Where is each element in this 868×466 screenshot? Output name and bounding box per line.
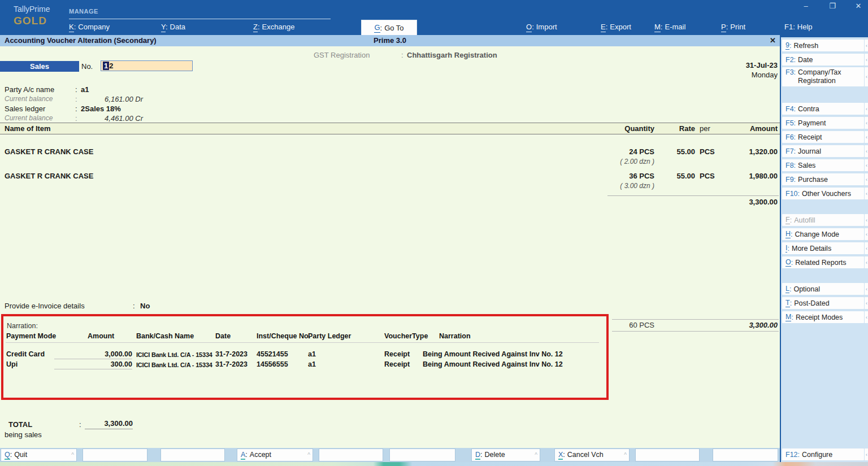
item-rate[interactable]: 55.00 [661,147,695,156]
total-label: TOTAL [8,420,32,429]
shortcut-key: H [785,230,791,238]
sidebar-button-related-reports[interactable]: O:Related Reports [782,256,864,268]
chevron-left-icon[interactable]: ‹ [865,283,868,295]
sidebar-button-sales[interactable]: F8:Sales [782,159,864,171]
sidebar-button-purchase[interactable]: F9:Purchase [782,173,864,185]
chevron-left-icon[interactable]: ‹ [865,103,868,115]
sidebar-button-other-vouchers[interactable]: F10:Other Vouchers [782,188,864,199]
voucher-form: GST Registration : Chhattisgarh Registra… [0,46,780,448]
payment-party-ledger[interactable]: a1 [308,350,316,358]
payment-date[interactable]: 31-7-2023 [215,350,248,358]
sidebar-button-configure[interactable]: F12:Configure [782,448,864,460]
menu-item-data[interactable]: Y:Data [161,23,185,31]
item-quantity[interactable]: 24 PCS [575,147,654,156]
payment-narration[interactable]: Being Amount Recived Against Inv No. 12 [423,360,563,368]
payment-mode[interactable]: Credit Card [6,350,45,358]
sidebar-button-more-details[interactable]: I:More Details [782,242,864,254]
close-icon[interactable]: ✕ [852,1,865,11]
chevron-left-icon[interactable]: ‹ [865,311,868,323]
shortcut-key: M [785,313,791,321]
payment-party-ledger[interactable]: a1 [308,360,316,368]
col-narration: Narration [439,332,471,340]
sidebar-button-date[interactable]: F2:Date [782,54,864,66]
shortcut-key: F4 [785,105,794,113]
voucher-date[interactable]: 31-Jul-23 [676,61,778,69]
chevron-left-icon[interactable]: ‹ [865,188,868,199]
menu-item-import[interactable]: O:Import [526,23,557,31]
chevron-left-icon[interactable]: ‹ [865,131,868,143]
payment-narration[interactable]: Being Amount Recived Against Inv No. 12 [423,350,563,358]
chevron-left-icon[interactable]: ‹ [865,256,868,268]
chevron-left-icon[interactable]: ‹ [865,173,868,185]
sidebar-button-post-dated[interactable]: T:Post-Dated [782,297,864,309]
col-date: Date [215,332,231,340]
voucher-number-field[interactable]: 12 [101,60,193,71]
maximize-icon[interactable]: ❐ [826,1,839,11]
payment-bank[interactable]: ICICI Bank Ltd. C/A - 15334 [136,362,212,368]
action-button-empty [83,449,147,461]
action-button-cancel-vch[interactable]: X:Cancel Vch ^ [555,449,629,461]
action-button-delete[interactable]: D:Delete ^ [472,449,540,461]
sidebar-button-company-tax-registration[interactable]: F3:Company/Tax Registration [782,67,864,86]
payment-voucher-type[interactable]: Receipt [384,360,410,368]
payment-amount[interactable]: 300.00 [54,360,132,369]
menu-label: Help [797,23,813,31]
sidebar-button-payment[interactable]: F5:Payment [782,117,864,129]
sidebar-button-receipt[interactable]: F6:Receipt [782,131,864,143]
voucher-no-label: No. [81,62,93,71]
menu-item-export[interactable]: E:Export [601,23,631,31]
sales-ledger-value[interactable]: 2Sales 18% [81,104,121,113]
party-name-value[interactable]: a1 [81,85,89,94]
col-voucher-type: VoucherType [384,332,428,340]
chevron-left-icon[interactable]: ‹ [865,54,868,66]
shortcut-key: F2 [785,56,794,64]
chevron-left-icon[interactable]: ‹ [865,40,868,51]
sidebar-button-optional[interactable]: L:Optional [782,283,864,295]
item-name[interactable]: GASKET R CRANK CASE [5,172,93,180]
chevron-left-icon[interactable]: ‹ [865,145,868,157]
action-button-empty [319,449,383,461]
payment-inst-no[interactable]: 45521455 [257,350,288,358]
chevron-left-icon[interactable]: ‹ [865,159,868,171]
action-button-accept[interactable]: A:Accept ^ [237,449,313,461]
minimize-icon[interactable]: – [800,1,812,11]
payment-date[interactable]: 31-7-2023 [215,360,248,368]
einvoice-value[interactable]: No [140,302,150,310]
shortcut-key: L [785,285,789,293]
menu-item-exchange[interactable]: Z:Exchange [253,23,294,31]
menu-item-company[interactable]: K:Company [69,23,110,31]
sidebar-button-refresh[interactable]: 9:Refresh [782,40,864,51]
sidebar-button-receipt-modes[interactable]: M:Receipt Modes [782,311,864,323]
chevron-left-icon[interactable]: ‹ [865,242,868,254]
payment-mode[interactable]: Upi [6,360,18,368]
payment-voucher-type[interactable]: Receipt [384,350,410,358]
shortcut-key: F7 [785,147,794,155]
menu-item-print[interactable]: P:Print [721,23,745,31]
col-name-of-item: Name of Item [5,123,51,134]
payment-amount[interactable]: 3,000.00 [54,350,132,359]
sidebar-button-change-mode[interactable]: H:Change Mode [782,228,864,240]
chevron-left-icon[interactable]: ‹ [865,117,868,129]
col-rate: Rate [661,123,695,134]
menu-item-help[interactable]: F1:Help [784,23,813,31]
chevron-left-icon[interactable]: ‹ [865,228,868,240]
close-screen-icon[interactable]: ✕ [770,35,776,46]
action-button-quit[interactable]: Q:Quit ^ [1,449,76,461]
goto-button[interactable]: G:Go To [362,20,416,35]
chevron-left-icon[interactable]: ‹ [865,67,868,86]
item-quantity[interactable]: 36 PCS [575,172,654,180]
menu-item-email[interactable]: M:E-mail [654,23,685,31]
sidebar-button-journal[interactable]: F7:Journal [782,145,864,157]
action-button-empty [390,449,455,461]
payment-bank[interactable]: ICICI Bank Ltd. C/A - 15334 [136,351,212,358]
party-balance-label: Current balance [5,95,53,103]
item-rate[interactable]: 55.00 [661,172,695,180]
item-name[interactable]: GASKET R CRANK CASE [5,147,93,156]
total-value: 3,300.00 [85,419,133,429]
voucher-type-button[interactable]: Sales [0,61,79,72]
chevron-left-icon[interactable]: ‹ [865,297,868,309]
payment-inst-no[interactable]: 14556555 [257,360,288,368]
sidebar-button-contra[interactable]: F4:Contra [782,103,864,115]
chevron-left-icon[interactable]: ‹ [865,448,868,460]
shortcut-key: F12 [785,451,798,459]
